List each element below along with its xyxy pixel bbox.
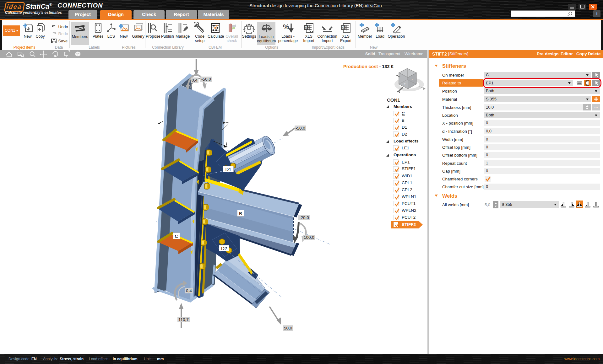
svg-text:Y: Y bbox=[404, 82, 406, 85]
svg-text:X: X bbox=[411, 78, 413, 81]
svg-text:X: X bbox=[305, 25, 307, 30]
svg-text:X: X bbox=[342, 25, 345, 30]
svg-text:%: % bbox=[283, 23, 289, 31]
